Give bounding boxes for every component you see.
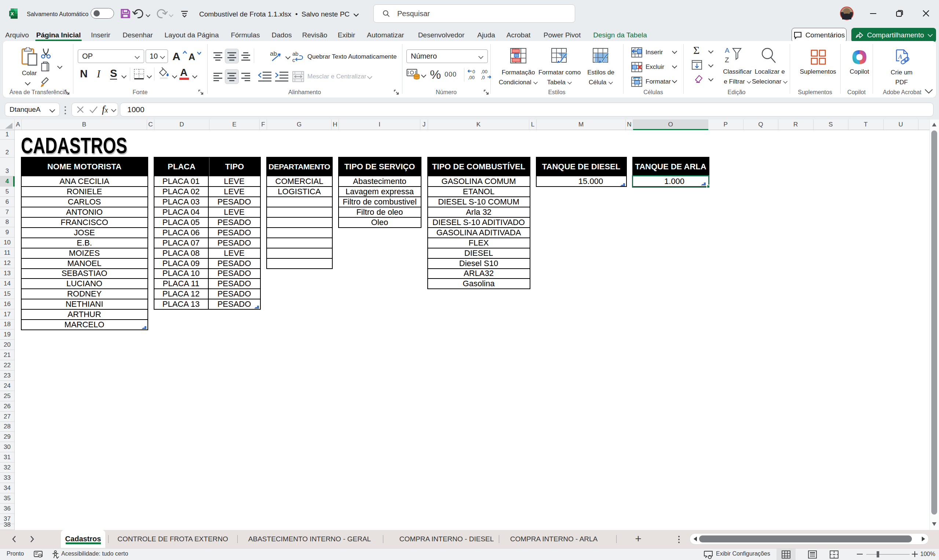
svg-text:A: A [725, 46, 729, 54]
svg-text:,0: ,0 [481, 75, 485, 80]
svg-text:Z: Z [725, 56, 729, 64]
svg-text:0: 0 [472, 69, 475, 74]
svg-text:ab: ab [270, 50, 277, 57]
svg-text:ab: ab [292, 51, 299, 57]
svg-text:,00: ,00 [468, 75, 475, 80]
svg-text:,00: ,00 [481, 69, 487, 74]
svg-text:c: c [292, 57, 295, 63]
svg-text:A: A [898, 54, 902, 60]
svg-text:X: X [11, 11, 14, 17]
